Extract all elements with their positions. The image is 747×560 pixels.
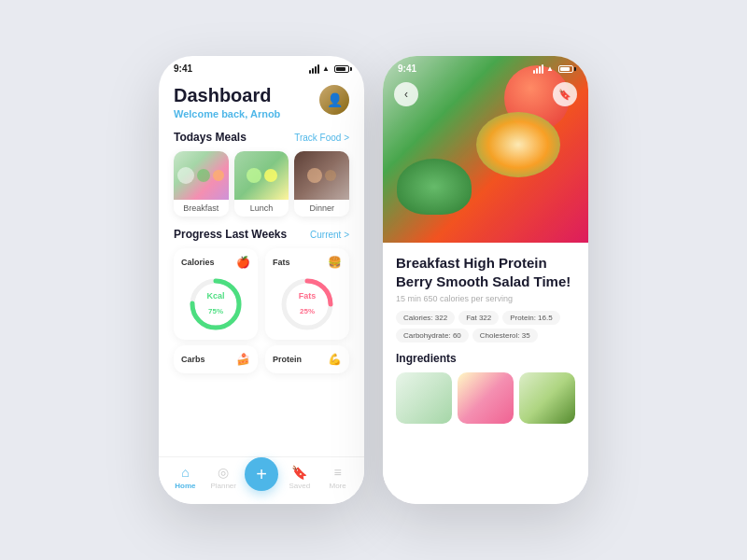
wifi-icon: ▲ <box>322 64 330 73</box>
progress-cards: Calories 🍎 Kcal 75% <box>174 248 349 340</box>
saved-icon: 🔖 <box>291 465 307 480</box>
lunch-label: Lunch <box>234 200 289 217</box>
dinner-label: Dinner <box>294 200 349 217</box>
nutrition-tag-1: Fat 322 <box>458 311 499 325</box>
ingredient-3 <box>519 372 575 424</box>
dashboard-title: Dashboard <box>174 85 280 106</box>
fats-card: Fats 🍔 Fats 25% <box>265 248 349 340</box>
signal-icon <box>309 64 319 74</box>
protein-card: Protein 💪 <box>265 345 349 373</box>
meal-card-lunch[interactable]: Lunch <box>234 151 289 217</box>
signal-icon-2 <box>533 64 543 74</box>
lunch-food-visual <box>234 151 289 200</box>
fats-circle: Fats 25% <box>279 276 335 332</box>
protein-header: Protein 💪 <box>273 353 342 366</box>
hero-image: 9:41 ▲ ‹ 🔖 <box>383 56 588 243</box>
recipe-meta: 15 min 650 calories per serving <box>396 294 575 303</box>
meals-section-header: Todays Meals Track Food > <box>174 131 349 144</box>
mini-progress-row: Carbs 🍰 Protein 💪 <box>174 345 349 373</box>
calories-icon: 🍎 <box>236 256 250 269</box>
breakfast-food-visual <box>174 151 229 200</box>
home-icon: ⌂ <box>181 465 189 480</box>
fats-icon: 🍔 <box>328 256 342 269</box>
greens-visual <box>397 159 472 215</box>
progress-section: Progress Last Weeks Current > Calories 🍎 <box>174 228 349 373</box>
fats-percent: 25% <box>300 307 315 315</box>
time-1: 9:41 <box>174 63 192 74</box>
calories-label: Kcal 75% <box>206 291 224 317</box>
fats-header: Fats 🍔 <box>273 256 342 269</box>
breakfast-image <box>174 151 229 200</box>
saved-label: Saved <box>289 482 310 490</box>
progress-section-header: Progress Last Weeks Current > <box>174 228 349 241</box>
battery-icon-2 <box>558 65 573 73</box>
calories-title: Calories <box>181 258 215 267</box>
ingredient-1 <box>396 372 452 424</box>
detail-content: Breakfast High Protein Berry Smooth Sala… <box>383 243 588 504</box>
meals-row: Breakfast Lunch <box>174 151 349 217</box>
planner-label: Planner <box>210 482 236 490</box>
bookmark-button[interactable]: 🔖 <box>553 82 577 106</box>
status-icons-2: ▲ <box>533 64 573 74</box>
salad-visual <box>476 112 560 177</box>
calories-card: Calories 🍎 Kcal 75% <box>174 248 258 340</box>
nutrition-tag-2: Protein: 16.5 <box>502 311 559 325</box>
fats-value: Fats <box>299 291 317 301</box>
avatar[interactable]: 👤 <box>319 85 349 115</box>
status-bar-1: 9:41 ▲ <box>159 56 364 77</box>
meals-title: Todays Meals <box>174 131 247 144</box>
protein-icon: 💪 <box>328 353 342 366</box>
bottom-nav: ⌂ Home ◎ Planner + 🔖 Saved ≡ More <box>159 456 364 504</box>
wifi-icon-2: ▲ <box>546 64 554 73</box>
dinner-food-visual <box>294 151 349 200</box>
status-bar-2: 9:41 ▲ <box>383 56 588 77</box>
meal-card-dinner[interactable]: Dinner <box>294 151 349 217</box>
calories-header: Calories 🍎 <box>181 256 250 269</box>
nav-more[interactable]: ≡ More <box>318 465 357 491</box>
current-link[interactable]: Current > <box>310 230 349 240</box>
recipe-title: Breakfast High Protein Berry Smooth Sala… <box>396 254 575 290</box>
status-icons-1: ▲ <box>309 64 349 74</box>
nav-home[interactable]: ⌂ Home <box>166 465 204 491</box>
battery-icon <box>334 65 349 73</box>
nutrition-tag-3: Carbohydrate: 60 <box>396 329 469 343</box>
carbs-header: Carbs 🍰 <box>181 353 250 366</box>
fats-label: Fats 25% <box>299 291 317 317</box>
more-label: More <box>329 482 345 490</box>
ingredients-title: Ingredients <box>396 352 575 365</box>
planner-icon: ◎ <box>218 465 229 480</box>
lunch-image <box>234 151 289 200</box>
calories-value: Kcal <box>206 291 224 301</box>
carbs-title: Carbs <box>181 355 205 364</box>
nutrition-tags: Calories: 322 Fat 322 Protein: 16.5 Carb… <box>396 311 575 343</box>
back-button[interactable]: ‹ <box>394 82 418 106</box>
progress-title: Progress Last Weeks <box>174 228 287 241</box>
nav-saved[interactable]: 🔖 Saved <box>280 465 318 491</box>
home-label: Home <box>175 482 195 490</box>
track-food-link[interactable]: Track Food > <box>294 133 349 143</box>
nav-planner[interactable]: ◎ Planner <box>204 465 243 491</box>
more-icon: ≡ <box>334 465 342 480</box>
add-button[interactable]: + <box>245 457 278 491</box>
subtitle-prefix: Welcome back, <box>174 108 250 119</box>
fats-title: Fats <box>273 258 290 267</box>
header-text: Dashboard Welcome back, Arnob <box>174 85 280 119</box>
carbs-icon: 🍰 <box>236 353 250 366</box>
breakfast-label: Breakfast <box>174 200 229 217</box>
ingredients-row <box>396 372 575 424</box>
calories-circle: Kcal 75% <box>188 276 244 332</box>
dashboard-subtitle: Welcome back, Arnob <box>174 108 280 119</box>
carbs-card: Carbs 🍰 <box>174 345 258 373</box>
username: Arnob <box>250 108 280 119</box>
dinner-image <box>294 151 349 200</box>
meal-card-breakfast[interactable]: Breakfast <box>174 151 229 217</box>
dashboard-content: Dashboard Welcome back, Arnob 👤 Todays M… <box>159 77 364 456</box>
phone-detail: 9:41 ▲ ‹ 🔖 <box>383 56 588 504</box>
ingredient-2 <box>458 372 514 424</box>
protein-title: Protein <box>273 355 302 364</box>
nav-add[interactable]: + <box>243 465 281 491</box>
nutrition-tag-4: Cholesterol: 35 <box>472 329 538 343</box>
phone-dashboard: 9:41 ▲ Dashboard We <box>159 56 364 504</box>
dashboard-header: Dashboard Welcome back, Arnob 👤 <box>174 85 349 119</box>
calories-percent: 75% <box>208 307 223 315</box>
